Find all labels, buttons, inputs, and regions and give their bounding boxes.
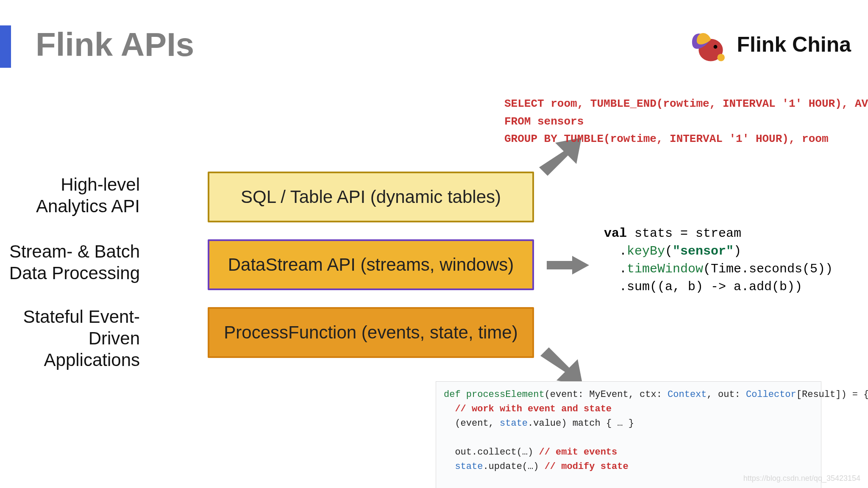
category-high-level: High-level Analytics API — [0, 174, 140, 217]
svg-point-2 — [717, 54, 725, 61]
arrow-right-icon — [547, 256, 589, 274]
title-accent-bar — [0, 25, 11, 68]
ds-keyby: keyBy — [627, 244, 665, 258]
ds-timewindow: timeWindow — [627, 262, 703, 276]
flink-squirrel-icon — [683, 21, 729, 68]
sql-line3: GROUP BY TUMBLE(rowtime, INTERVAL '1' HO… — [504, 133, 829, 145]
box-processfunction: ProcessFunction (events, state, time) — [208, 307, 534, 358]
ds-val-kw: val — [604, 226, 627, 241]
box-sql-table-api: SQL / Table API (dynamic tables) — [208, 172, 534, 222]
code-datastream: val stats = stream .keyBy("sensor") .tim… — [604, 225, 833, 296]
category-stateful: Stateful Event- Driven Applications — [0, 306, 140, 371]
ds-sensor-str: "sensor" — [673, 244, 734, 258]
pf-l4a — [444, 461, 455, 472]
brand-text: Flink China — [737, 32, 851, 57]
pf-c1: // work with event and state — [444, 404, 612, 414]
page-title: Flink APIs — [36, 25, 194, 64]
watermark-text: https://blog.csdn.net/qq_35423154 — [743, 474, 860, 483]
pf-sig3: [Result]) = { — [796, 389, 868, 400]
svg-marker-5 — [540, 347, 583, 385]
pf-l3: out.collect(…) — [444, 447, 539, 458]
sql-line1: SELECT room, TUMBLE_END(rowtime, INTERVA… — [504, 97, 868, 110]
brand-area: Flink China — [683, 21, 851, 68]
code-processfunction: def processElement(event: MyEvent, ctx: … — [436, 381, 821, 488]
category-stream-batch: Stream- & Batch Data Processing — [0, 241, 140, 284]
pf-state1: state — [500, 418, 528, 429]
pf-l2a: (event, — [444, 418, 500, 429]
pf-sig1: (event: MyEvent, ctx: — [545, 389, 668, 400]
pf-c3: // modify state — [545, 461, 629, 472]
pf-coll-type: Collector — [746, 389, 796, 400]
ds-sum: .sum((a, b) -> a.add(b)) — [604, 280, 802, 294]
pf-state2: state — [455, 461, 483, 472]
svg-marker-4 — [547, 256, 589, 274]
ds-decl: stats = stream — [627, 226, 741, 241]
pf-def: def — [444, 389, 461, 400]
pf-ctx-type: Context — [668, 389, 707, 400]
svg-point-1 — [713, 45, 717, 49]
pf-sig2: , out: — [707, 389, 746, 400]
pf-c2: // emit events — [539, 447, 617, 458]
ds-tw-args: (Time.seconds(5)) — [703, 262, 833, 276]
pf-l4b: .update(…) — [483, 461, 544, 472]
pf-l2b: .value) match { … } — [528, 418, 634, 429]
code-sql: SELECT room, TUMBLE_END(rowtime, INTERVA… — [504, 95, 868, 148]
pf-proc: processElement — [461, 389, 545, 400]
arrow-down-right-icon — [540, 347, 583, 385]
box-datastream-api: DataStream API (streams, windows) — [208, 239, 534, 290]
sql-line2: FROM sensors — [504, 115, 584, 128]
